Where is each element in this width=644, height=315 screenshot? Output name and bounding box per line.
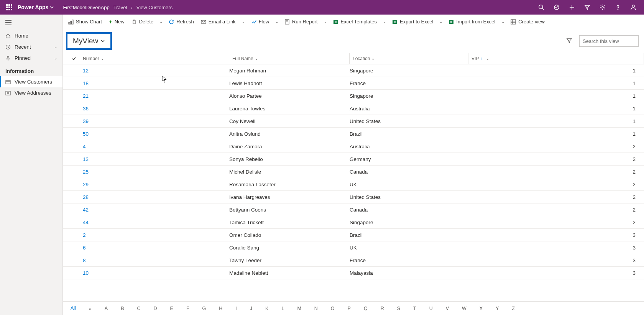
cell-number[interactable]: 29: [80, 182, 229, 187]
column-number[interactable]: Number ⌄: [80, 53, 229, 64]
alpha-filter-e[interactable]: E: [170, 306, 173, 311]
table-row[interactable]: 28Ivana HargreavesUnited States2: [63, 191, 644, 203]
table-row[interactable]: 39Coy NewellUnited States1: [63, 115, 644, 128]
email-link-button[interactable]: Email a Link: [198, 16, 239, 27]
cell-number[interactable]: 21: [80, 93, 229, 99]
cell-number[interactable]: 8: [80, 258, 229, 263]
cell-number[interactable]: 50: [80, 131, 229, 137]
app-name[interactable]: FirstModelDrivenApp: [63, 5, 109, 10]
cell-number[interactable]: 4: [80, 144, 229, 149]
flow-button[interactable]: Flow: [248, 16, 272, 27]
help-icon[interactable]: [610, 0, 626, 15]
alpha-filter-i[interactable]: I: [235, 306, 237, 311]
nav-home[interactable]: Home: [0, 30, 62, 41]
table-row[interactable]: 2Omer ColladoBrazil3: [63, 229, 644, 241]
excel-templates-button[interactable]: X Excel Templates: [330, 16, 380, 27]
nav-recent[interactable]: Recent ⌄: [0, 41, 62, 52]
hamburger-icon[interactable]: [0, 16, 62, 30]
nav-pinned[interactable]: Pinned ⌄: [0, 52, 62, 64]
cell-number[interactable]: 18: [80, 80, 229, 86]
alpha-filter-f[interactable]: F: [186, 306, 189, 311]
settings-icon[interactable]: [595, 0, 610, 15]
filter-icon[interactable]: [564, 35, 575, 47]
refresh-button[interactable]: Refresh: [166, 16, 197, 27]
cell-number[interactable]: 6: [80, 245, 229, 251]
cell-number[interactable]: 12: [80, 68, 229, 74]
table-row[interactable]: 13Sonya RebelloGermany2: [63, 153, 644, 166]
alpha-filter-o[interactable]: O: [331, 306, 335, 311]
alpha-filter-k[interactable]: K: [265, 306, 268, 311]
cell-number[interactable]: 10: [80, 270, 229, 276]
table-row[interactable]: 29Rosamaria LasseterUK2: [63, 178, 644, 191]
cell-number[interactable]: 13: [80, 156, 229, 162]
select-all-checkbox[interactable]: [68, 56, 80, 61]
cell-number[interactable]: 44: [80, 220, 229, 225]
create-view-button[interactable]: Create view: [508, 16, 548, 27]
new-button[interactable]: + New: [106, 16, 128, 27]
alpha-filter-m[interactable]: M: [297, 306, 301, 311]
view-selector[interactable]: MyView: [66, 32, 112, 50]
alpha-filter-c[interactable]: C: [137, 306, 141, 311]
column-location[interactable]: Location ⌄: [350, 53, 468, 64]
cell-number[interactable]: 28: [80, 194, 229, 200]
cell-number[interactable]: 39: [80, 118, 229, 124]
app-launcher-icon[interactable]: [3, 4, 15, 10]
excel-templates-dropdown[interactable]: ⌄: [381, 17, 388, 26]
alpha-filter-h[interactable]: H: [219, 306, 222, 311]
alpha-filter-s[interactable]: S: [397, 306, 400, 311]
table-row[interactable]: 50Anitra OslundBrazil1: [63, 128, 644, 140]
table-row[interactable]: 42Bettyann CoonsCanada2: [63, 203, 644, 216]
nav-view-customers[interactable]: View Customers: [0, 76, 62, 87]
alpha-filter-n[interactable]: N: [314, 306, 318, 311]
add-icon[interactable]: [564, 0, 580, 15]
chevron-down-icon[interactable]: ⌄: [54, 56, 57, 60]
run-report-button[interactable]: Run Report: [281, 16, 320, 27]
brand-dropdown[interactable]: Power Apps: [15, 4, 56, 10]
account-icon[interactable]: [626, 0, 641, 15]
import-excel-dropdown[interactable]: ⌄: [499, 17, 507, 26]
cell-number[interactable]: 2: [80, 232, 229, 238]
column-vip[interactable]: VIP ↑ ⌄: [468, 53, 644, 64]
filter-icon[interactable]: [580, 0, 595, 15]
alpha-filter-l[interactable]: L: [281, 306, 284, 311]
alpha-filter-q[interactable]: Q: [364, 306, 368, 311]
import-excel-button[interactable]: X Import from Excel: [445, 16, 498, 27]
cell-number[interactable]: 36: [80, 106, 229, 112]
cell-number[interactable]: 25: [80, 169, 229, 175]
cell-number[interactable]: 42: [80, 207, 229, 213]
column-full-name[interactable]: Full Name ⌄: [229, 53, 350, 64]
search-field[interactable]: [583, 38, 644, 44]
alpha-filter-t[interactable]: T: [413, 306, 416, 311]
alpha-filter-z[interactable]: Z: [512, 306, 515, 311]
export-excel-button[interactable]: X Export to Excel: [389, 16, 436, 27]
export-excel-dropdown[interactable]: ⌄: [437, 17, 445, 26]
delete-button[interactable]: Delete: [128, 16, 157, 27]
alpha-filter-a[interactable]: A: [105, 306, 108, 311]
alpha-filter-u[interactable]: U: [429, 306, 433, 311]
table-row[interactable]: 6Coralie SangUK3: [63, 241, 644, 254]
alpha-filter-g[interactable]: G: [202, 306, 206, 311]
flow-dropdown[interactable]: ⌄: [273, 17, 281, 26]
nav-view-addresses[interactable]: View Addresses: [0, 87, 62, 98]
alpha-filter-#[interactable]: #: [89, 306, 92, 311]
chevron-down-icon[interactable]: ⌄: [54, 45, 57, 49]
table-row[interactable]: 21Alonso ParteeSingapore1: [63, 90, 644, 102]
alpha-filter-r[interactable]: R: [381, 306, 384, 311]
table-row[interactable]: 25Michel DelisleCanada2: [63, 166, 644, 178]
delete-dropdown[interactable]: ⌄: [157, 17, 165, 26]
table-row[interactable]: 8Tawny LeederFrance3: [63, 254, 644, 267]
table-row[interactable]: 44Tamica TrickettSingapore2: [63, 216, 644, 229]
show-chart-button[interactable]: Show Chart: [65, 16, 105, 27]
alpha-filter-all[interactable]: All: [71, 305, 76, 311]
alpha-filter-x[interactable]: X: [480, 306, 483, 311]
alpha-filter-p[interactable]: P: [348, 306, 351, 311]
task-icon[interactable]: [549, 0, 564, 15]
table-row[interactable]: 12Megan RohmanSingapore1: [63, 64, 644, 77]
search-icon[interactable]: [534, 0, 549, 15]
alpha-filter-b[interactable]: B: [121, 306, 124, 311]
alpha-filter-v[interactable]: V: [446, 306, 449, 311]
search-input[interactable]: [579, 35, 639, 47]
table-row[interactable]: 18Lewis HadnottFrance1: [63, 77, 644, 90]
table-row[interactable]: 4Daine ZamoraAustralia2: [63, 140, 644, 153]
email-link-dropdown[interactable]: ⌄: [240, 17, 247, 26]
